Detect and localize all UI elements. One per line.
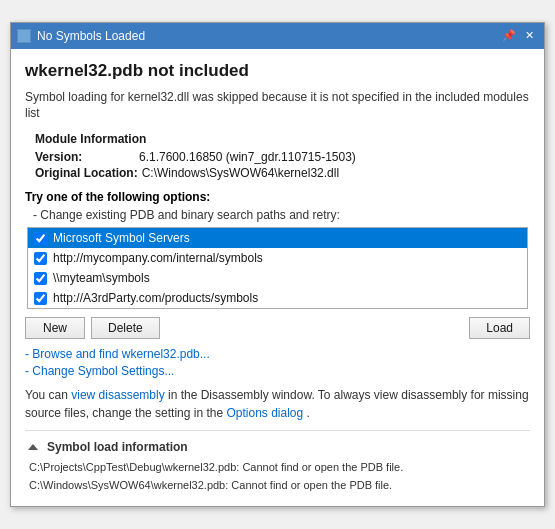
title-bar-buttons: 📌 ✕ bbox=[500, 28, 538, 44]
options-header: Try one of the following options: bbox=[25, 190, 530, 204]
module-info-header: Module Information bbox=[35, 132, 530, 146]
new-button[interactable]: New bbox=[25, 317, 85, 339]
disassembly-section: You can view disassembly in the Disassem… bbox=[25, 386, 530, 422]
close-button[interactable]: ✕ bbox=[520, 28, 538, 44]
symbol-load-content: C:\Projects\CppTest\Debug\wkernel32.pdb:… bbox=[25, 459, 530, 494]
pin-button[interactable]: 📌 bbox=[500, 28, 518, 44]
page-title: wkernel32.pdb not included bbox=[25, 61, 530, 81]
version-label: Version: bbox=[35, 150, 135, 164]
options-section: Try one of the following options: - Chan… bbox=[25, 190, 530, 339]
location-label: Original Location: bbox=[35, 166, 138, 180]
browse-link[interactable]: - Browse and find wkernel32.pdb... bbox=[25, 347, 530, 361]
list-item-checkbox-3[interactable] bbox=[34, 292, 47, 305]
window-icon bbox=[17, 29, 31, 43]
links-section: - Browse and find wkernel32.pdb... - Cha… bbox=[25, 347, 530, 378]
action-buttons-row: New Delete Load bbox=[25, 317, 530, 339]
list-item[interactable]: \\myteam\symbols bbox=[28, 268, 527, 288]
version-row: Version: 6.1.7600.16850 (win7_gdr.110715… bbox=[35, 150, 530, 164]
main-window: No Symbols Loaded 📌 ✕ wkernel32.pdb not … bbox=[10, 22, 545, 508]
delete-button[interactable]: Delete bbox=[91, 317, 160, 339]
list-item-label-1: http://mycompany.com/internal/symbols bbox=[53, 251, 263, 265]
content-area: wkernel32.pdb not included Symbol loadin… bbox=[11, 49, 544, 507]
list-item[interactable]: http://mycompany.com/internal/symbols bbox=[28, 248, 527, 268]
title-bar-title: No Symbols Loaded bbox=[37, 29, 145, 43]
load-button[interactable]: Load bbox=[469, 317, 530, 339]
disassembly-text-1: You can bbox=[25, 388, 68, 402]
divider bbox=[25, 430, 530, 431]
disassembly-text-3: . bbox=[307, 406, 310, 420]
symbol-load-label: Symbol load information bbox=[47, 440, 188, 454]
symbol-load-section: Symbol load information C:\Projects\CppT… bbox=[25, 439, 530, 494]
list-item-label-0: Microsoft Symbol Servers bbox=[53, 231, 190, 245]
settings-link[interactable]: - Change Symbol Settings... bbox=[25, 364, 530, 378]
list-item-checkbox-2[interactable] bbox=[34, 272, 47, 285]
symbol-load-line-2: C:\Windows\SysWOW64\wkernel32.pdb: Canno… bbox=[29, 477, 530, 495]
list-item-label-3: http://A3rdParty.com/products/symbols bbox=[53, 291, 258, 305]
options-dialog-link[interactable]: Options dialog bbox=[226, 406, 303, 420]
list-item-label-2: \\myteam\symbols bbox=[53, 271, 150, 285]
description-text: Symbol loading for kernel32.dll was skip… bbox=[25, 89, 530, 123]
list-item-checkbox-0[interactable] bbox=[34, 232, 47, 245]
list-item[interactable]: Microsoft Symbol Servers bbox=[28, 228, 527, 248]
change-paths-text: - Change existing PDB and binary search … bbox=[25, 208, 530, 222]
location-row: Original Location: C:\Windows\SysWOW64\k… bbox=[35, 166, 530, 180]
view-disassembly-link[interactable]: view disassembly bbox=[71, 388, 164, 402]
symbol-load-line-1: C:\Projects\CppTest\Debug\wkernel32.pdb:… bbox=[29, 459, 530, 477]
location-value: C:\Windows\SysWOW64\kernel32.dll bbox=[142, 166, 339, 180]
symbol-load-header[interactable]: Symbol load information bbox=[25, 439, 530, 455]
chevron-up-icon bbox=[25, 439, 41, 455]
list-item-checkbox-1[interactable] bbox=[34, 252, 47, 265]
symbol-servers-listbox: Microsoft Symbol Servers http://mycompan… bbox=[27, 227, 528, 309]
title-bar: No Symbols Loaded 📌 ✕ bbox=[11, 23, 544, 49]
title-bar-left: No Symbols Loaded bbox=[17, 29, 145, 43]
list-item[interactable]: http://A3rdParty.com/products/symbols bbox=[28, 288, 527, 308]
version-value: 6.1.7600.16850 (win7_gdr.110715-1503) bbox=[139, 150, 356, 164]
module-info-section: Module Information Version: 6.1.7600.168… bbox=[25, 132, 530, 180]
